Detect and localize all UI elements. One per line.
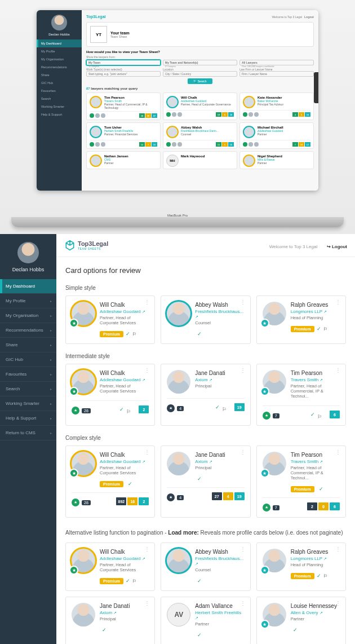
scope-tab-all[interactable]: All LawyersOver 100,000 lawyers worldwid… xyxy=(239,60,314,65)
avatar: ★ xyxy=(72,549,95,572)
avatar: ★ xyxy=(263,302,286,325)
star-icon: ★ xyxy=(167,493,175,501)
lawyer-org[interactable]: Freshfields Bruckhaus... ↗ xyxy=(195,556,244,566)
avatar-initials: AV xyxy=(167,603,190,627)
lawyer-card[interactable]: ⋮ Abbey Walsh Freshfields Bruckhaus... ↗… xyxy=(161,542,250,591)
lawyer-card[interactable]: ⋮ ★ Ralph Greaves Longmores LLP ↗ Head o… xyxy=(256,542,346,591)
external-link-icon: ↗ xyxy=(113,611,117,615)
card-menu-icon[interactable]: ⋮ xyxy=(144,602,150,605)
notify-tab[interactable] xyxy=(314,72,318,103)
card-menu-icon[interactable]: ⋮ xyxy=(335,602,341,605)
sidebar-item-my-dashboard[interactable]: My Dashboard xyxy=(0,279,56,294)
laurel-icon xyxy=(295,502,305,510)
lawyer-card[interactable]: ⋮ ★ Will Chalk Addleshaw Goodard ↗ Partn… xyxy=(65,364,155,426)
search-button[interactable]: 🔍 Search xyxy=(188,78,212,84)
sidebar-item-favourites[interactable]: Favourites▸ xyxy=(0,367,56,382)
lawyer-card[interactable]: ⋮ ★ Tim Pearson Travers Smith ↗ Partner,… xyxy=(256,364,346,426)
lawyer-card[interactable]: ⋮ Abbey Walsh Freshfields Bruckhaus... ↗… xyxy=(161,295,250,344)
section-intermediate: Intermediate style xyxy=(65,353,346,359)
badge-count: 4 xyxy=(177,495,184,500)
lawyer-name: Jane Danati xyxy=(195,370,244,376)
sidebar-item[interactable]: Help & Support xyxy=(37,111,82,118)
logout-link[interactable]: Logout xyxy=(304,15,314,19)
sidebar-item[interactable]: My Profile xyxy=(37,47,82,55)
card-menu-icon[interactable]: ⋮ xyxy=(335,451,341,453)
sidebar-item[interactable]: Working Smarter xyxy=(37,103,82,111)
location-input[interactable]: City / State / Country xyxy=(163,71,237,77)
welcome-text: Welcome to Top 3 Legal xyxy=(269,244,318,249)
star-icon: ★ xyxy=(72,499,79,506)
avatar xyxy=(167,549,190,572)
card-menu-icon[interactable]: ⋮ xyxy=(144,451,150,453)
scope-tab-network[interactable]: My Team and Network(s)57 lawyers xyxy=(163,60,237,65)
lawyer-card[interactable]: ⋮ Jane Danati Axiom ↗ Principal ✓ ★42741… xyxy=(161,445,250,518)
lawyer-org[interactable]: Axiom ↗ xyxy=(100,610,149,615)
scope-tab-myteam[interactable]: My Team15 lawyers xyxy=(86,60,161,65)
sidebar-item[interactable]: Search xyxy=(37,95,82,103)
sidebar-item-help-support[interactable]: Help & Support▸ xyxy=(0,411,56,426)
lawyer-card[interactable]: ⋮ ★ Tim Pearson Travers Smith ↗ Partner,… xyxy=(256,445,346,518)
logout-link[interactable]: ↪ Logout xyxy=(327,244,347,249)
card-menu-icon[interactable]: ⋮ xyxy=(335,548,341,550)
lawyer-name: Ralph Greaves xyxy=(291,302,340,308)
card-menu-icon[interactable]: ⋮ xyxy=(335,301,341,303)
sidebar: Declan Hobbs My DashboardMy Profile▸My O… xyxy=(0,234,56,644)
stat-pill: 4 xyxy=(223,492,233,500)
lawyer-card[interactable]: ⋮ ★ Will Chalk Addleshaw Goodard ↗ Partn… xyxy=(65,445,155,518)
firm-input[interactable]: Firm / Lawyer Name xyxy=(239,71,314,77)
sidebar-item-dashboard[interactable]: My Dashboard xyxy=(37,39,82,47)
sidebar-item[interactable]: Share xyxy=(37,71,82,79)
lawyer-org[interactable]: Longmores LLP ↗ xyxy=(291,309,340,314)
avatar xyxy=(72,603,95,627)
lawyer-org[interactable]: Addleshaw Goodard ↗ xyxy=(100,556,149,561)
lawyer-card[interactable]: ⋮ Jane Danati Axiom ↗ Principal ✓ xyxy=(65,597,155,644)
lawyer-org[interactable]: Travers Smith ↗ xyxy=(291,459,340,464)
sidebar-item-share[interactable]: Share▸ xyxy=(0,338,56,352)
card-menu-icon[interactable]: ⋮ xyxy=(144,369,150,372)
lawyer-role: Partner, Head of Commercial, IP & Techno… xyxy=(291,383,340,399)
lawyer-card[interactable]: ⋮ ★ Will Chalk Addleshaw Goodard ↗ Partn… xyxy=(65,295,155,344)
avatar[interactable] xyxy=(17,242,39,263)
lawyer-card[interactable]: ⋮ ★ Louise Hennessey Allen & Overy ↗ Par… xyxy=(256,597,346,644)
lawyer-card[interactable]: ⋮ ★ Ralph Greaves Longmores LLP ↗ Head o… xyxy=(256,295,346,344)
card-menu-icon[interactable]: ⋮ xyxy=(335,369,341,372)
lawyer-org[interactable]: Herbert Smith Freehills ↗ xyxy=(195,610,244,620)
sidebar-item-return-to-cms[interactable]: Return to CMS▸ xyxy=(0,426,56,440)
card-menu-icon[interactable]: ⋮ xyxy=(240,369,246,372)
sidebar-item[interactable]: My Organisation xyxy=(37,55,82,63)
sidebar-item-my-profile[interactable]: My Profile▸ xyxy=(0,294,56,308)
lawyer-org[interactable]: Longmores LLP ↗ xyxy=(291,556,340,561)
sidebar-item[interactable]: Favourites xyxy=(37,87,82,95)
lawyer-org[interactable]: Axiom ↗ xyxy=(195,377,244,382)
lawyer-card[interactable]: ⋮ Jane Danati Axiom ↗ Principal ★4✓19 xyxy=(161,364,250,426)
card-menu-icon[interactable]: ⋮ xyxy=(240,451,246,453)
lawyer-card[interactable]: ⋮ ★ Will Chalk Addleshaw Goodard ↗ Partn… xyxy=(65,542,155,591)
lawyer-org[interactable]: Travers Smith ↗ xyxy=(291,377,340,382)
lawyer-card[interactable]: ⋮ AV Adam Vallance Herbert Smith Freehil… xyxy=(161,597,250,644)
sidebar-item-my-organisation[interactable]: My Organisation▸ xyxy=(0,308,56,323)
external-link-icon: ↗ xyxy=(195,315,198,319)
avatar: ★ xyxy=(263,549,286,572)
card-menu-icon[interactable]: ⋮ xyxy=(144,301,150,303)
lawyer-org[interactable]: Allen & Overy ↗ xyxy=(291,610,340,615)
lawyer-org[interactable]: Axiom ↗ xyxy=(195,459,244,464)
card-menu-icon[interactable]: ⋮ xyxy=(144,548,150,550)
avatar: ★ xyxy=(263,603,286,627)
worktype-input[interactable]: Start typing, e.g. "joint venture" xyxy=(86,71,161,77)
sidebar-item-search[interactable]: Search▸ xyxy=(0,382,56,396)
badge-count: 28 xyxy=(82,500,91,505)
lawyer-org[interactable]: Addleshaw Goodard ↗ xyxy=(100,309,149,314)
sidebar-item[interactable]: GIC Hub xyxy=(37,79,82,87)
sidebar-item-gic-hub[interactable]: GIC Hub▸ xyxy=(0,352,56,367)
sidebar-item-working-smarter[interactable]: Working Smarter▸ xyxy=(0,396,56,411)
lawyer-org[interactable]: Addleshaw Goodard ↗ xyxy=(100,459,149,464)
sidebar-item-recommendations[interactable]: Recommendations▸ xyxy=(0,323,56,338)
card-menu-icon[interactable]: ⋮ xyxy=(240,602,246,605)
card-menu-icon[interactable]: ⋮ xyxy=(240,301,246,303)
stat-pill: 16 xyxy=(127,497,137,505)
lawyer-org[interactable]: Freshfields Bruckhaus... ↗ xyxy=(195,309,244,319)
card-menu-icon[interactable]: ⋮ xyxy=(240,548,246,550)
logo-icon xyxy=(64,240,76,251)
lawyer-org[interactable]: Addleshaw Goodard ↗ xyxy=(100,377,149,382)
sidebar-item[interactable]: Recommendations xyxy=(37,63,82,71)
